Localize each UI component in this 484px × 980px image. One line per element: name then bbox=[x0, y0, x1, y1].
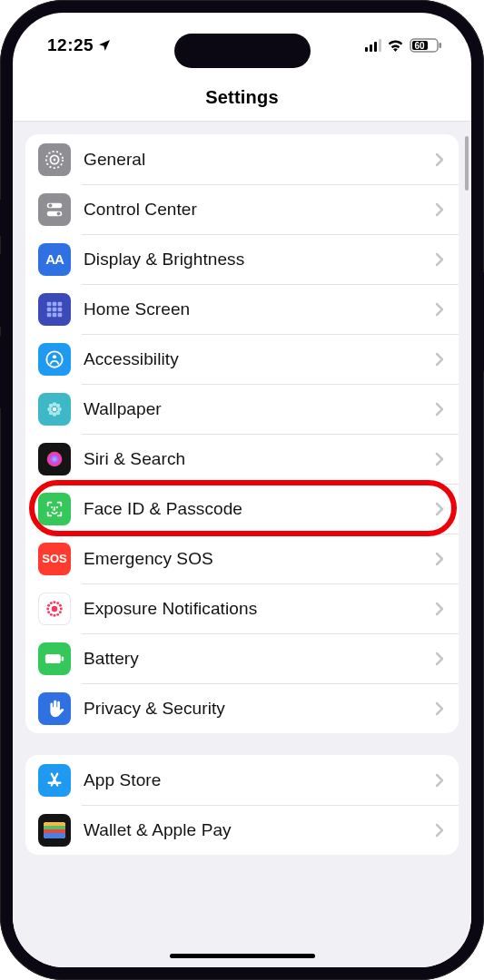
appstore-icon bbox=[38, 764, 71, 797]
settings-row-label: Wallpaper bbox=[84, 399, 435, 419]
svg-rect-48 bbox=[62, 656, 64, 661]
settings-row-exposure[interactable]: Exposure Notifications bbox=[25, 583, 459, 633]
svg-point-29 bbox=[56, 403, 61, 407]
svg-point-31 bbox=[47, 451, 63, 466]
svg-point-33 bbox=[56, 506, 58, 508]
svg-point-45 bbox=[59, 603, 62, 606]
settings-row-grid[interactable]: Home Screen bbox=[25, 284, 459, 334]
settings-row-appstore[interactable]: App Store bbox=[25, 755, 459, 805]
scrollbar-thumb[interactable] bbox=[465, 136, 469, 191]
settings-row-label: Accessibility bbox=[84, 349, 435, 369]
svg-point-6 bbox=[54, 158, 56, 161]
settings-row-label: Control Center bbox=[84, 200, 435, 220]
svg-point-43 bbox=[54, 601, 56, 603]
chevron-right-icon bbox=[435, 252, 444, 267]
chevron-right-icon bbox=[435, 701, 444, 716]
svg-rect-1 bbox=[440, 43, 442, 48]
chevron-right-icon bbox=[435, 202, 444, 217]
settings-row-flower[interactable]: Wallpaper bbox=[25, 384, 459, 434]
svg-rect-53 bbox=[44, 833, 65, 838]
chevron-right-icon bbox=[435, 302, 444, 317]
settings-row-gear[interactable]: General bbox=[25, 134, 459, 184]
svg-rect-17 bbox=[47, 312, 52, 317]
svg-point-42 bbox=[50, 602, 53, 604]
settings-row-label: Battery bbox=[84, 649, 435, 669]
settings-group-1: GeneralControl CenterAADisplay & Brightn… bbox=[25, 134, 459, 733]
settings-row-person[interactable]: Accessibility bbox=[25, 334, 459, 384]
svg-point-20 bbox=[46, 351, 62, 367]
settings-row-wallet[interactable]: Wallet & Apple Pay bbox=[25, 805, 459, 855]
svg-point-32 bbox=[51, 506, 53, 508]
settings-row-battery[interactable]: Battery bbox=[25, 633, 459, 683]
svg-rect-16 bbox=[58, 307, 63, 311]
settings-row-label: Home Screen bbox=[84, 299, 435, 319]
battery-icon: 60 bbox=[410, 38, 442, 53]
svg-point-44 bbox=[56, 602, 59, 604]
chevron-right-icon bbox=[435, 552, 444, 566]
svg-point-36 bbox=[56, 612, 59, 615]
svg-point-38 bbox=[50, 612, 53, 615]
svg-rect-11 bbox=[47, 301, 52, 306]
dynamic-island bbox=[174, 34, 311, 68]
wallet-icon bbox=[38, 814, 71, 847]
svg-rect-14 bbox=[47, 307, 52, 311]
battery-icon bbox=[38, 642, 71, 675]
svg-point-35 bbox=[59, 611, 62, 613]
settings-row-aa[interactable]: AADisplay & Brightness bbox=[25, 234, 459, 284]
svg-text:60: 60 bbox=[414, 41, 425, 51]
svg-point-21 bbox=[53, 355, 56, 358]
settings-row-label: Wallet & Apple Pay bbox=[84, 820, 435, 840]
settings-row-label: Display & Brightness bbox=[84, 250, 435, 270]
settings-row-sos[interactable]: SOSEmergency SOS bbox=[25, 534, 459, 583]
svg-point-40 bbox=[46, 607, 49, 610]
chevron-right-icon bbox=[435, 502, 444, 516]
svg-rect-47 bbox=[45, 653, 61, 662]
chevron-right-icon bbox=[435, 152, 444, 167]
chevron-right-icon bbox=[435, 352, 444, 367]
location-icon bbox=[97, 38, 112, 53]
chevron-right-icon bbox=[435, 602, 444, 616]
settings-row-label: App Store bbox=[84, 770, 435, 790]
exposure-icon bbox=[38, 593, 71, 625]
svg-point-46 bbox=[52, 605, 57, 611]
settings-scroll[interactable]: GeneralControl CenterAADisplay & Brightn… bbox=[13, 122, 471, 967]
chevron-right-icon bbox=[435, 402, 444, 416]
svg-point-8 bbox=[48, 203, 52, 207]
svg-rect-15 bbox=[53, 307, 57, 311]
sos-icon: SOS bbox=[38, 543, 71, 575]
chevron-right-icon bbox=[435, 652, 444, 666]
gear-icon bbox=[38, 143, 71, 176]
settings-row-label: Emergency SOS bbox=[84, 549, 435, 569]
settings-row-faceid[interactable]: Face ID & Passcode bbox=[25, 484, 459, 534]
settings-row-hand[interactable]: Privacy & Security bbox=[25, 683, 459, 733]
grid-icon bbox=[38, 293, 71, 326]
person-icon bbox=[38, 343, 71, 376]
wifi-icon bbox=[387, 39, 404, 52]
svg-point-34 bbox=[60, 607, 63, 610]
svg-point-10 bbox=[57, 211, 61, 215]
chevron-right-icon bbox=[435, 452, 444, 466]
cellular-icon bbox=[365, 39, 381, 52]
settings-row-siri[interactable]: Siri & Search bbox=[25, 434, 459, 484]
siri-icon bbox=[38, 443, 71, 475]
faceid-icon bbox=[38, 493, 71, 525]
aa-icon: AA bbox=[38, 243, 71, 276]
svg-point-41 bbox=[47, 603, 50, 606]
settings-row-label: General bbox=[84, 150, 435, 170]
svg-rect-19 bbox=[58, 312, 63, 317]
status-time: 12:25 bbox=[47, 35, 94, 55]
settings-row-toggles[interactable]: Control Center bbox=[25, 184, 459, 234]
settings-row-label: Face ID & Passcode bbox=[84, 499, 435, 519]
svg-point-30 bbox=[53, 407, 57, 411]
page-title: Settings bbox=[13, 78, 471, 122]
svg-rect-18 bbox=[53, 312, 57, 317]
chevron-right-icon bbox=[435, 773, 444, 788]
home-indicator[interactable] bbox=[170, 954, 315, 958]
flower-icon bbox=[38, 393, 71, 426]
settings-row-label: Exposure Notifications bbox=[84, 599, 435, 619]
settings-group-2: App StoreWallet & Apple Pay bbox=[25, 755, 459, 855]
svg-rect-12 bbox=[53, 301, 57, 306]
chevron-right-icon bbox=[435, 823, 444, 838]
svg-point-37 bbox=[54, 613, 56, 616]
svg-rect-13 bbox=[58, 301, 63, 306]
